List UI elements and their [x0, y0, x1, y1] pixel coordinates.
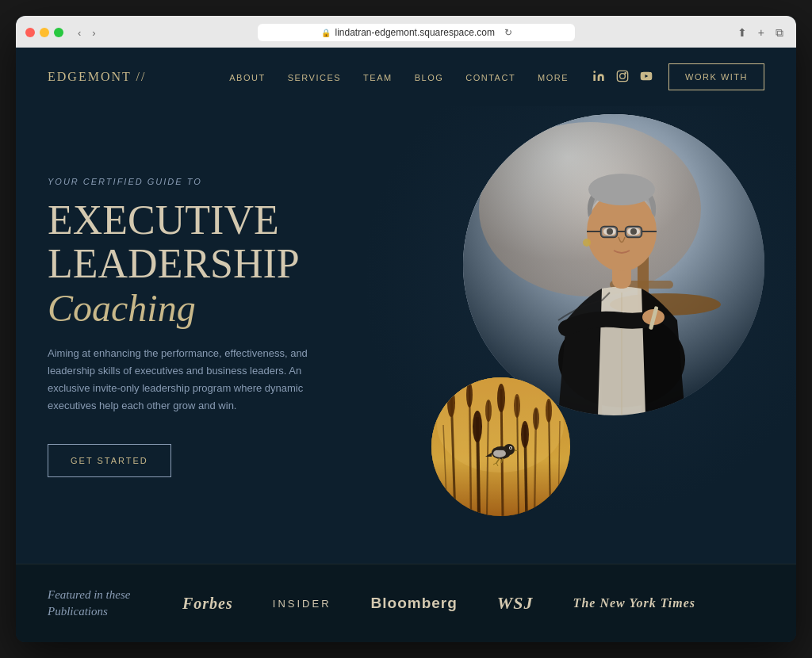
- browser-actions: ⬆ + ⧉: [734, 25, 787, 41]
- bloomberg-logo: Bloomberg: [371, 595, 458, 612]
- wsj-logo: WSJ: [497, 593, 534, 614]
- minimize-button[interactable]: [40, 28, 49, 37]
- hero-title: EXECUTIVE LEADERSHIP Coaching: [48, 199, 396, 329]
- traffic-lights: [25, 28, 63, 37]
- address-bar[interactable]: 🔒 lindatran-edgemont.squarespace.com ↻: [258, 24, 575, 41]
- hero-right-images: [352, 106, 796, 564]
- hero-title-cursive: Coaching: [48, 287, 196, 329]
- browser-chrome: ‹ › 🔒 lindatran-edgemont.squarespace.com…: [16, 16, 796, 48]
- new-tab-button[interactable]: +: [755, 25, 768, 40]
- svg-point-0: [593, 71, 596, 73]
- browser-controls: ‹ ›: [75, 25, 99, 40]
- hero-nature-circle: [431, 377, 570, 516]
- publications-label: Featured in these Publications: [48, 587, 151, 620]
- reload-icon[interactable]: ↻: [504, 27, 512, 38]
- share-button[interactable]: ⬆: [734, 25, 750, 40]
- linkedin-icon[interactable]: [592, 70, 605, 85]
- forbes-logo: Forbes: [182, 595, 233, 613]
- url-text: lindatran-edgemont.squarespace.com: [335, 27, 495, 38]
- hero-left-content: YOUR CERTIFIED GUIDE TO EXECUTIVE LEADER…: [48, 177, 396, 476]
- page-content: EDGEMONT // ABOUT SERVICES TEAM BLOG CON…: [16, 48, 796, 642]
- svg-rect-25: [626, 227, 642, 237]
- hero-title-line1: EXECUTIVE: [48, 197, 279, 243]
- social-icons: [592, 70, 653, 85]
- hero-title-line2: LEADERSHIP: [48, 241, 298, 286]
- svg-point-2: [620, 73, 626, 78]
- nav-contact[interactable]: CONTACT: [465, 73, 515, 82]
- site-logo[interactable]: EDGEMONT //: [48, 70, 146, 84]
- get-started-button[interactable]: GET STARTED: [48, 444, 171, 477]
- close-button[interactable]: [25, 28, 35, 37]
- work-with-button[interactable]: WORK WITH: [668, 63, 764, 90]
- svg-rect-61: [431, 377, 570, 516]
- insider-logo: INSIDER: [273, 598, 331, 610]
- hero-portrait-circle: [463, 114, 764, 415]
- nav-team[interactable]: TEAM: [363, 73, 393, 82]
- nav-services[interactable]: SERVICES: [288, 73, 341, 82]
- forward-button[interactable]: ›: [89, 25, 98, 40]
- navbar: EDGEMONT // ABOUT SERVICES TEAM BLOG CON…: [16, 48, 796, 106]
- hero-subtitle: YOUR CERTIFIED GUIDE TO: [48, 177, 396, 186]
- nav-blog[interactable]: BLOG: [415, 73, 444, 82]
- youtube-icon[interactable]: [640, 70, 653, 85]
- hero-description: Aiming at enhancing the performance, eff…: [48, 345, 333, 415]
- back-button[interactable]: ‹: [75, 25, 84, 40]
- hero-section: YOUR CERTIFIED GUIDE TO EXECUTIVE LEADER…: [16, 106, 796, 564]
- publications-logos: Forbes INSIDER Bloomberg WSJ The New Yor…: [182, 593, 764, 614]
- nav-more[interactable]: MORE: [538, 73, 569, 82]
- tabs-button[interactable]: ⧉: [772, 25, 787, 41]
- svg-point-14: [588, 174, 655, 205]
- nav-links: ABOUT SERVICES TEAM BLOG CONTACT MORE: [229, 70, 569, 84]
- fullscreen-button[interactable]: [54, 28, 63, 37]
- svg-point-28: [583, 239, 591, 247]
- instagram-icon[interactable]: [616, 70, 629, 85]
- nav-about[interactable]: ABOUT: [229, 73, 265, 82]
- svg-rect-24: [601, 227, 617, 237]
- publications-section: Featured in these Publications Forbes IN…: [16, 564, 796, 642]
- ssl-lock-icon: 🔒: [321, 29, 331, 37]
- svg-point-3: [625, 72, 626, 73]
- svg-rect-1: [617, 71, 627, 81]
- nyt-logo: The New York Times: [573, 596, 695, 610]
- browser-window: ‹ › 🔒 lindatran-edgemont.squarespace.com…: [16, 16, 796, 642]
